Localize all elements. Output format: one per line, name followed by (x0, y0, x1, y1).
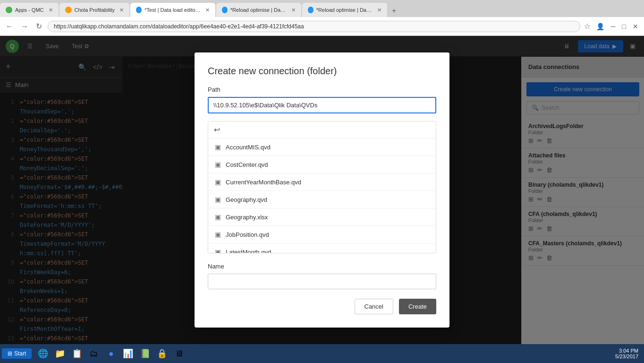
chrome-actions: 👤 ─ □ ✕ (594, 22, 640, 31)
user-icon[interactable]: 👤 (594, 22, 606, 31)
tab-test[interactable]: *Test | Data load editor - C... ✕ (130, 3, 215, 17)
taskbar-app1-icon[interactable]: 📊 (120, 346, 136, 361)
tab-favicon-qmc (6, 7, 12, 13)
forward-button[interactable]: → (19, 21, 30, 32)
file-icon: ▣ (215, 231, 221, 238)
tab-label-reload2: *Reload optimise | Data mo... (316, 7, 373, 13)
tab-close-reload1[interactable]: ✕ (291, 7, 296, 13)
tab-close-chola[interactable]: ✕ (119, 7, 124, 13)
windows-icon: ⊞ (8, 350, 12, 357)
file-item[interactable]: ▣CurrentYearMonthBase.qvd (208, 173, 436, 191)
tab-label-reload1: *Reload optimise | Data loa... (230, 7, 287, 13)
taskbar-chrome-icon[interactable]: ● (103, 346, 119, 361)
minimize-icon[interactable]: ─ (609, 22, 618, 31)
clock-date: 5/23/2017 (615, 354, 638, 359)
taskbar-security-icon[interactable]: 🔒 (154, 346, 169, 361)
back-button[interactable]: ← (4, 21, 15, 32)
taskbar-cmd-icon[interactable]: 📋 (69, 346, 85, 361)
file-item[interactable]: ▣Geography.qvd (208, 191, 436, 208)
url-input[interactable] (48, 21, 580, 32)
file-icon: ▣ (215, 248, 221, 253)
file-item[interactable]: ▣Geography.xlsx (208, 208, 436, 226)
modal-title: Create new connection (folder) (208, 66, 436, 77)
tab-reload2[interactable]: *Reload optimise | Data mo... ✕ (302, 3, 387, 17)
tab-chola[interactable]: Chola Profitability ✕ (59, 3, 130, 17)
tab-favicon-reload1 (222, 7, 228, 13)
taskbar-excel-icon[interactable]: 📗 (137, 346, 153, 361)
new-tab-button[interactable]: + (388, 5, 400, 17)
tab-close-qmc[interactable]: ✕ (49, 7, 53, 13)
taskbar-clock: 3:04 PM 5/23/2017 (615, 348, 642, 359)
path-label: Path (208, 86, 436, 93)
file-list: ▣AccountMIS.qvd▣CostCenter.qvd▣CurrentYe… (208, 138, 436, 253)
tab-close-test[interactable]: ✕ (205, 7, 210, 13)
file-icon: ▣ (215, 161, 221, 168)
tab-favicon-reload2 (308, 7, 314, 13)
name-input[interactable] (208, 274, 436, 289)
file-name: CurrentYearMonthBase.qvd (226, 179, 301, 186)
file-item[interactable]: ▣JobPosition.qvd (208, 226, 436, 243)
tab-qmc[interactable]: Apps - QMC ✕ (0, 3, 59, 17)
file-icon: ▣ (215, 143, 221, 151)
taskbar-folder-icon[interactable]: 📁 (52, 346, 68, 361)
tab-close-reload2[interactable]: ✕ (377, 7, 381, 13)
address-bar: ← → ↻ ☆ 👤 ─ □ ✕ (0, 17, 644, 36)
name-label: Name (208, 263, 436, 270)
taskbar: ⊞ Start 🌐 📁 📋 🗂 ● 📊 📗 🔒 🖥 3:04 PM 5/23/2… (0, 344, 644, 363)
back-button[interactable]: ↩ (214, 126, 220, 134)
cancel-button[interactable]: Cancel (355, 299, 393, 314)
file-icon: ▣ (215, 213, 221, 221)
file-browser[interactable]: ↩ ▣AccountMIS.qvd▣CostCenter.qvd▣Current… (208, 121, 436, 253)
tab-label-qmc: Apps - QMC (15, 7, 44, 13)
file-name: JobPosition.qvd (226, 231, 269, 238)
clock-time: 3:04 PM (615, 348, 638, 354)
create-button[interactable]: Create (399, 299, 436, 314)
start-button[interactable]: ⊞ Start (2, 348, 32, 359)
modal-overlay: Create new connection (folder) Path ↩ ▣A… (0, 36, 644, 344)
taskbar-icons: 🌐 📁 📋 🗂 ● 📊 📗 🔒 🖥 (35, 346, 186, 361)
taskbar-explorer-icon[interactable]: 🌐 (35, 346, 51, 361)
modal-actions: Cancel Create (208, 299, 436, 314)
file-name: LatestMonth.qvd (226, 249, 271, 254)
browser-chrome: Apps - QMC ✕ Chola Profitability ✕ *Test… (0, 0, 644, 36)
tab-bar: Apps - QMC ✕ Chola Profitability ✕ *Test… (0, 0, 644, 17)
path-input[interactable] (208, 97, 436, 113)
tab-label-chola: Chola Profitability (75, 7, 115, 13)
maximize-icon[interactable]: □ (620, 22, 628, 31)
file-name: Geography.qvd (226, 196, 267, 203)
create-connection-modal: Create new connection (folder) Path ↩ ▣A… (195, 52, 449, 328)
file-item[interactable]: ▣LatestMonth.qvd (208, 243, 436, 253)
bookmark-icon[interactable]: ☆ (584, 22, 591, 31)
file-name: Geography.xlsx (226, 214, 268, 221)
taskbar-files-icon[interactable]: 🗂 (86, 346, 102, 361)
file-icon: ▣ (215, 196, 221, 203)
file-name: CostCenter.qvd (226, 161, 268, 168)
taskbar-monitor-icon[interactable]: 🖥 (171, 346, 186, 361)
close-icon[interactable]: ✕ (631, 22, 640, 31)
file-icon: ▣ (215, 178, 221, 186)
file-name: AccountMIS.qvd (226, 144, 271, 151)
file-item[interactable]: ▣AccountMIS.qvd (208, 138, 436, 156)
tab-favicon-test (136, 7, 142, 13)
file-item[interactable]: ▣CostCenter.qvd (208, 156, 436, 173)
reload-button[interactable]: ↻ (34, 21, 44, 32)
tab-favicon-chola (65, 7, 72, 13)
file-nav: ↩ (208, 121, 436, 138)
tab-reload1[interactable]: *Reload optimise | Data loa... ✕ (216, 3, 301, 17)
tab-label-test: *Test | Data load editor - C... (144, 7, 201, 13)
start-label: Start (14, 350, 26, 357)
